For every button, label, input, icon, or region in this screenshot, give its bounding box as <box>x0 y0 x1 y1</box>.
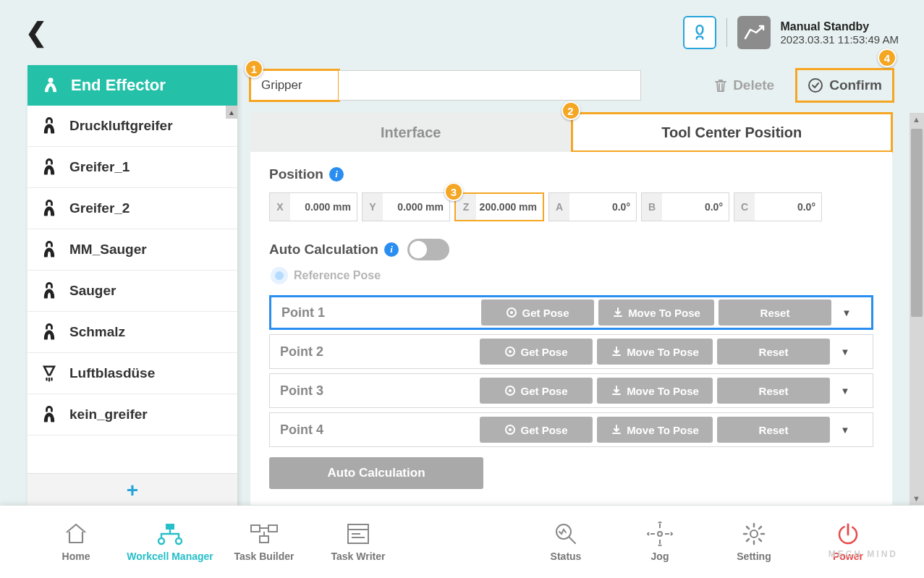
status-title: Manual Standby <box>781 20 899 33</box>
nav-task-writer[interactable]: Task Writer <box>311 522 405 562</box>
plus-icon: + <box>127 479 138 502</box>
nav-task-builder[interactable]: Task Builder <box>217 522 311 562</box>
nav-power[interactable]: Power <box>801 522 895 562</box>
status-time: 2023.03.31 11:53:49 AM <box>781 33 899 46</box>
expand-icon[interactable]: ▼ <box>834 425 856 435</box>
coord-b[interactable]: B0.0° <box>641 192 729 221</box>
gripper-status-icon[interactable] <box>683 16 716 49</box>
back-button[interactable]: ❮ <box>25 17 47 48</box>
auto-calc-button[interactable]: Auto Calculation <box>269 457 483 489</box>
expand-icon[interactable]: ▼ <box>834 386 856 396</box>
panel-scrollbar[interactable] <box>910 113 924 505</box>
effector-name-input[interactable]: Gripper <box>250 70 339 101</box>
reference-pose-row[interactable]: Reference Pose <box>269 269 873 282</box>
svg-point-11 <box>158 538 164 544</box>
nav-setting[interactable]: Setting <box>707 522 801 562</box>
annotation-3: 3 <box>444 182 463 201</box>
gripper-icon <box>39 404 59 425</box>
coord-c[interactable]: C0.0° <box>734 192 822 221</box>
sidebar-item[interactable]: Luftblasdüse <box>27 353 237 394</box>
effector-name-ext[interactable] <box>339 70 641 101</box>
sidebar-item[interactable]: Schmalz <box>27 312 237 353</box>
move-to-pose-button[interactable]: Move To Pose <box>597 417 713 443</box>
info-icon[interactable]: i <box>329 167 344 182</box>
gripper-icon <box>39 157 59 177</box>
reset-button[interactable]: Reset <box>717 339 830 365</box>
get-pose-button[interactable]: Get Pose <box>480 378 593 404</box>
tab-interface[interactable]: Interface <box>250 113 572 152</box>
svg-point-3 <box>510 311 513 314</box>
sidebar-item-label: Sauger <box>69 283 116 299</box>
position-section-title: Position i <box>269 166 873 182</box>
confirm-label: Confirm <box>829 77 882 93</box>
reset-button[interactable]: Reset <box>719 299 831 326</box>
expand-icon[interactable]: ▼ <box>834 347 856 357</box>
sidebar-item-label: Druckluftgreifer <box>69 118 173 134</box>
sidebar-item[interactable]: Greifer_2 <box>27 188 237 229</box>
get-pose-button[interactable]: Get Pose <box>480 339 593 365</box>
svg-rect-14 <box>268 525 277 532</box>
delete-button[interactable]: Delete <box>711 72 777 99</box>
reset-button[interactable]: Reset <box>717 417 830 443</box>
reset-button[interactable]: Reset <box>717 378 830 404</box>
point-label: Point 2 <box>280 344 475 360</box>
nav-jog[interactable]: Jog <box>613 522 707 562</box>
gripper-icon <box>39 239 59 260</box>
delete-label: Delete <box>733 77 774 93</box>
point-row: Point 4Get PoseMove To PoseReset▼ <box>269 412 873 447</box>
nav-status[interactable]: Status <box>519 522 613 562</box>
gripper-icon <box>39 281 59 301</box>
sidebar: End Effector ▲ DruckluftgreiferGreifer_1… <box>27 65 237 506</box>
sidebar-add-button[interactable]: + <box>27 473 237 506</box>
sidebar-item-label: Schmalz <box>69 324 125 340</box>
auto-calc-toggle[interactable] <box>407 239 449 260</box>
info-icon[interactable]: i <box>384 242 399 257</box>
point-label: Point 3 <box>280 383 475 399</box>
radio-icon <box>275 271 284 280</box>
point-label: Point 1 <box>281 305 477 320</box>
svg-point-5 <box>509 350 512 353</box>
sidebar-title: End Effector <box>71 76 166 95</box>
svg-point-1 <box>809 79 822 92</box>
sidebar-item[interactable]: Greifer_1 <box>27 147 237 188</box>
sidebar-item-label: kein_greifer <box>69 407 148 422</box>
robot-status-icon[interactable] <box>737 16 771 49</box>
annotation-1: 1 <box>245 59 263 78</box>
nav-home[interactable]: Home <box>29 522 123 562</box>
get-pose-button[interactable]: Get Pose <box>481 299 594 326</box>
svg-rect-15 <box>260 536 268 543</box>
sidebar-item[interactable]: MM_Sauger <box>27 229 237 271</box>
coord-y[interactable]: Y0.000 mm <box>362 192 450 221</box>
svg-point-18 <box>658 532 662 536</box>
tab-tcp[interactable]: Tool Center Position <box>572 113 893 152</box>
expand-icon[interactable]: ▼ <box>836 307 857 318</box>
tcp-panel: Position i X0.000 mm Y0.000 mm 3 Z200.00… <box>250 152 892 505</box>
tab-row: Interface 2 Tool Center Position <box>250 113 892 152</box>
sidebar-item-label: Luftblasdüse <box>69 365 155 381</box>
sidebar-item[interactable]: Sauger <box>27 271 237 312</box>
sidebar-item[interactable]: kein_greifer <box>27 394 237 435</box>
move-to-pose-button[interactable]: Move To Pose <box>597 378 713 404</box>
point-row: Point 2Get PoseMove To PoseReset▼ <box>269 334 873 369</box>
coord-x[interactable]: X0.000 mm <box>269 192 357 221</box>
main-panel: 1 Gripper Delete 4 Confirm <box>250 65 924 506</box>
point-label: Point 4 <box>280 422 475 438</box>
sidebar-item[interactable]: Druckluftgreifer <box>27 106 237 147</box>
annotation-4: 4 <box>878 48 897 67</box>
auto-calc-title: Auto Calculation i <box>269 242 399 258</box>
confirm-button[interactable]: Confirm <box>797 70 892 101</box>
sidebar-scroll-up[interactable]: ▲ <box>226 106 237 119</box>
point-row: Point 1Get PoseMove To PoseReset▼ <box>269 295 873 330</box>
gripper-icon <box>39 116 59 136</box>
move-to-pose-button[interactable]: Move To Pose <box>598 299 714 326</box>
sidebar-header: End Effector <box>27 65 237 106</box>
svg-rect-13 <box>251 525 260 532</box>
coord-z[interactable]: Z200.000 mm <box>454 192 544 221</box>
get-pose-button[interactable]: Get Pose <box>480 417 593 443</box>
coord-a[interactable]: A0.0° <box>548 192 637 221</box>
sidebar-list: ▲ DruckluftgreiferGreifer_1Greifer_2MM_S… <box>27 106 237 473</box>
move-to-pose-button[interactable]: Move To Pose <box>597 339 713 365</box>
reference-label: Reference Pose <box>294 269 381 282</box>
nav-workcell[interactable]: Workcell Manager <box>123 522 217 562</box>
svg-point-9 <box>509 428 512 431</box>
